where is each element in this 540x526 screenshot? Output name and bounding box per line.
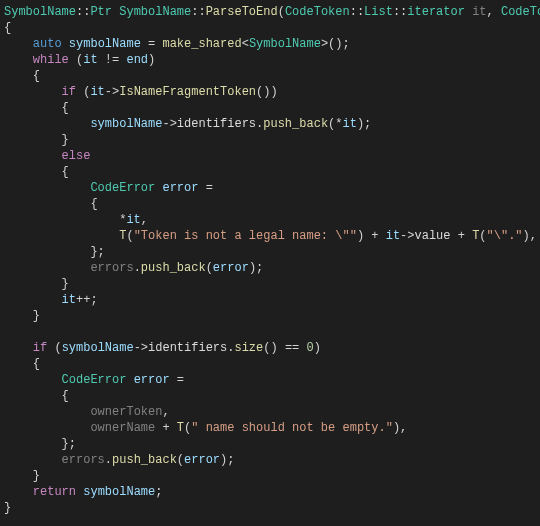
code-line: it++; — [4, 293, 98, 307]
code-line: { — [4, 357, 40, 371]
code-line: errors.push_back(error); — [4, 261, 263, 275]
code-line: if (it->IsNameFragmentToken()) — [4, 85, 278, 99]
code-line: *it, — [4, 213, 148, 227]
code-line: ownerToken, — [4, 405, 170, 419]
code-line: } — [4, 501, 11, 515]
code-editor[interactable]: SymbolName::Ptr SymbolName::ParseToEnd(C… — [0, 0, 540, 516]
code-line: { — [4, 69, 40, 83]
code-line: return symbolName; — [4, 485, 162, 499]
code-line: { — [4, 165, 69, 179]
code-line: symbolName->identifiers.push_back(*it); — [4, 117, 371, 131]
code-line: { — [4, 389, 69, 403]
code-line: else — [4, 149, 90, 163]
code-line: } — [4, 469, 40, 483]
code-line: errors.push_back(error); — [4, 453, 234, 467]
code-line: auto symbolName = make_shared<SymbolName… — [4, 37, 350, 51]
code-line: SymbolName::Ptr SymbolName::ParseToEnd(C… — [4, 5, 540, 19]
code-line: T("Token is not a legal name: \"") + it-… — [4, 229, 537, 243]
function-name: ParseToEnd — [206, 5, 278, 19]
type-token: SymbolName — [4, 5, 76, 19]
code-line: } — [4, 133, 69, 147]
code-line: if (symbolName->identifiers.size() == 0) — [4, 341, 321, 355]
code-line: ownerName + T(" name should not be empty… — [4, 421, 407, 435]
code-line: } — [4, 277, 69, 291]
code-line: while (it != end) — [4, 53, 155, 67]
code-line: { — [4, 101, 69, 115]
code-line: CodeError error = — [4, 373, 184, 387]
code-line: { — [4, 21, 11, 35]
code-line: CodeError error = — [4, 181, 213, 195]
code-line: }; — [4, 245, 105, 259]
code-line — [4, 325, 11, 339]
code-line: }; — [4, 437, 76, 451]
code-line: { — [4, 197, 98, 211]
code-line: } — [4, 309, 40, 323]
